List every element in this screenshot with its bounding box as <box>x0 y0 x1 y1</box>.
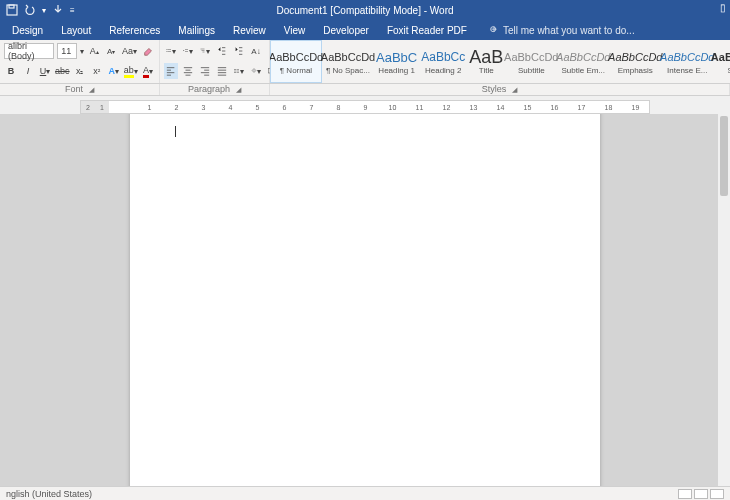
paragraph-group: ▾ 1▾ ▾ A↓ ¶ ▾ ▾ ▾ <box>160 40 270 83</box>
style-label: ¶ No Spac... <box>326 66 370 75</box>
document-area[interactable] <box>0 114 730 486</box>
font-size-combo[interactable]: 11 <box>57 43 77 59</box>
vertical-scrollbar[interactable] <box>718 114 730 486</box>
italic-button[interactable]: I <box>21 63 35 79</box>
tab-design[interactable]: Design <box>4 22 51 39</box>
style-preview: AaBbCcDc <box>711 48 730 66</box>
font-group: alibri (Body) 11 ▾ A▴ A▾ Aa▾ B I U▾ abc … <box>0 40 160 83</box>
shading-button[interactable]: ▾ <box>249 63 263 79</box>
style-preview: AaBbCcDd <box>608 48 662 66</box>
style-preview: AaBbCcDd <box>660 48 714 66</box>
font-launcher-icon[interactable]: ◢ <box>83 86 94 93</box>
read-mode-icon[interactable] <box>678 489 692 499</box>
style-preview: AaBbC <box>376 48 417 66</box>
print-layout-icon[interactable] <box>694 489 708 499</box>
increase-indent-button[interactable] <box>232 43 246 59</box>
ruler-area: 21 12345678910111213141516171819 <box>0 96 730 114</box>
chevron-down-icon[interactable]: ▾ <box>80 47 84 56</box>
numbering-button[interactable]: 1▾ <box>181 43 195 59</box>
style-preview: AaB <box>469 48 503 66</box>
tab-layout[interactable]: Layout <box>53 22 99 39</box>
style-preview: AaBbCcDd <box>321 48 375 66</box>
style---normal[interactable]: AaBbCcDd¶ Normal <box>270 40 322 83</box>
style-label: Subtle Em... <box>561 66 605 75</box>
bullets-button[interactable]: ▾ <box>164 43 178 59</box>
style-subtle-em---[interactable]: AaBbCcDdSubtle Em... <box>557 40 609 83</box>
group-labels: Font◢ Paragraph◢ Styles◢ <box>0 84 730 96</box>
superscript-button[interactable]: x² <box>90 63 104 79</box>
underline-button[interactable]: U▾ <box>38 63 52 79</box>
grow-font-button[interactable]: A▴ <box>87 43 101 59</box>
tab-review[interactable]: Review <box>225 22 274 39</box>
styles-gallery[interactable]: AaBbCcDd¶ NormalAaBbCcDd¶ No Spac...AaBb… <box>270 40 730 83</box>
change-case-button[interactable]: Aa▾ <box>121 43 138 59</box>
ribbon-options-icon[interactable]: ▯ <box>720 2 726 13</box>
status-bar: nglish (United States) <box>0 486 730 500</box>
style-label: Subtitle <box>518 66 545 75</box>
style-label: Emphasis <box>618 66 653 75</box>
style-preview: AaBbCcDd <box>504 48 558 66</box>
style-strong[interactable]: AaBbCcDcStrong <box>713 40 730 83</box>
justify-button[interactable] <box>215 63 229 79</box>
tab-mailings[interactable]: Mailings <box>170 22 223 39</box>
sort-button[interactable]: A↓ <box>249 43 263 59</box>
align-right-button[interactable] <box>198 63 212 79</box>
style-title[interactable]: AaBTitle <box>467 40 505 83</box>
style-label: Intense E... <box>667 66 707 75</box>
tab-foxit[interactable]: Foxit Reader PDF <box>379 22 475 39</box>
clear-format-button[interactable] <box>141 43 155 59</box>
style-preview: AaBbCcDd <box>556 48 610 66</box>
tab-view[interactable]: View <box>276 22 314 39</box>
align-center-button[interactable] <box>181 63 195 79</box>
style-label: Title <box>479 66 494 75</box>
style-subtitle[interactable]: AaBbCcDdSubtitle <box>505 40 557 83</box>
font-color-button[interactable]: A▾ <box>141 63 155 79</box>
window-title: Document1 [Compatibility Mode] - Word <box>0 5 730 16</box>
text-effects-button[interactable]: A▾ <box>107 63 121 79</box>
web-layout-icon[interactable] <box>710 489 724 499</box>
style-heading-1[interactable]: AaBbCHeading 1 <box>374 40 419 83</box>
ribbon: alibri (Body) 11 ▾ A▴ A▾ Aa▾ B I U▾ abc … <box>0 40 730 84</box>
svg-point-4 <box>167 51 168 52</box>
bold-button[interactable]: B <box>4 63 18 79</box>
language-status[interactable]: nglish (United States) <box>6 489 92 499</box>
style-intense-e---[interactable]: AaBbCcDdIntense E... <box>661 40 713 83</box>
svg-text:1: 1 <box>183 49 185 52</box>
styles-group-label: Styles <box>482 84 507 94</box>
view-switcher <box>678 489 724 499</box>
style---no-spac---[interactable]: AaBbCcDd¶ No Spac... <box>322 40 374 83</box>
style-label: ¶ Normal <box>280 66 312 75</box>
style-emphasis[interactable]: AaBbCcDdEmphasis <box>609 40 661 83</box>
multilevel-button[interactable]: ▾ <box>198 43 212 59</box>
style-label: Heading 2 <box>425 66 461 75</box>
scroll-thumb[interactable] <box>720 116 728 196</box>
paragraph-launcher-icon[interactable]: ◢ <box>230 86 241 93</box>
subscript-button[interactable]: x₂ <box>73 63 87 79</box>
svg-point-3 <box>167 49 168 50</box>
tell-me-search[interactable]: Tell me what you want to do... <box>477 25 635 36</box>
highlight-button[interactable]: ab▾ <box>124 63 138 79</box>
strike-button[interactable]: abc <box>55 63 70 79</box>
style-preview: AaBbCc <box>421 48 465 66</box>
paragraph-group-label: Paragraph <box>188 84 230 94</box>
styles-launcher-icon[interactable]: ◢ <box>506 86 517 93</box>
text-cursor <box>175 126 176 137</box>
align-left-button[interactable] <box>164 63 178 79</box>
decrease-indent-button[interactable] <box>215 43 229 59</box>
style-heading-2[interactable]: AaBbCcHeading 2 <box>419 40 467 83</box>
style-label: Heading 1 <box>378 66 414 75</box>
tab-developer[interactable]: Developer <box>315 22 377 39</box>
line-spacing-button[interactable]: ▾ <box>232 63 246 79</box>
font-group-label: Font <box>65 84 83 94</box>
horizontal-ruler[interactable]: 21 12345678910111213141516171819 <box>80 100 650 114</box>
tell-me-placeholder: Tell me what you want to do... <box>503 25 635 36</box>
style-preview: AaBbCcDd <box>270 48 323 66</box>
titlebar: ▾ ≡ Document1 [Compatibility Mode] - Wor… <box>0 0 730 20</box>
shrink-font-button[interactable]: A▾ <box>104 43 118 59</box>
page[interactable] <box>130 114 600 486</box>
tab-references[interactable]: References <box>101 22 168 39</box>
ribbon-tabs: Design Layout References Mailings Review… <box>0 20 730 40</box>
font-family-combo[interactable]: alibri (Body) <box>4 43 54 59</box>
